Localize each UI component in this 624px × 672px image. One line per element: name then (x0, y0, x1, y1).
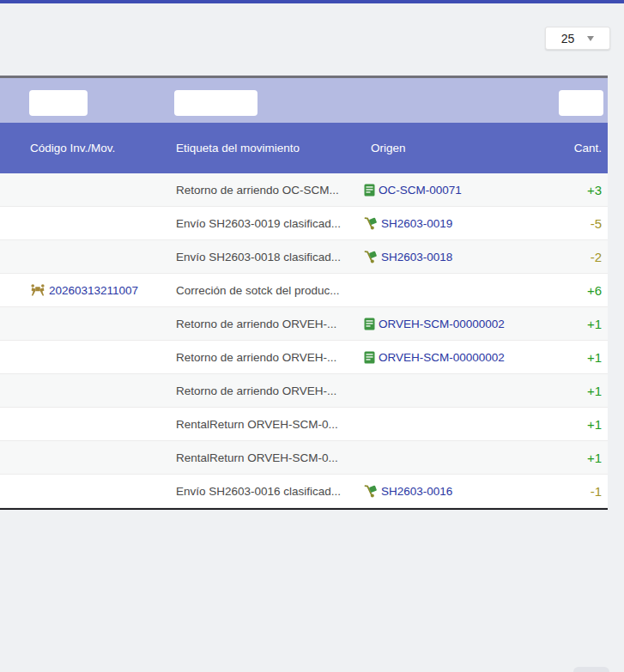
origin-link[interactable]: SH2603-0018 (381, 251, 452, 263)
movement-label: RentalReturn ORVEH-SCM-0... (176, 418, 338, 431)
table-row[interactable]: Envío SH2603-0018 clasificad...SH2603-00… (0, 240, 608, 274)
column-header-cant[interactable]: Cant. (536, 142, 608, 154)
cell-cantidad: +1 (536, 417, 608, 432)
cell-cantidad: +1 (536, 317, 608, 331)
quantity-value: +1 (587, 317, 602, 331)
column-header-origen[interactable]: Origen (364, 142, 536, 154)
table-row[interactable]: 20260313211007Correción de sotck del pro… (0, 274, 608, 307)
movement-label: Retorno de arriendo ORVEH-... (176, 318, 336, 330)
table-row[interactable]: RentalReturn ORVEH-SCM-0...+1 (0, 408, 608, 441)
cell-cantidad: +6 (536, 283, 608, 298)
table-row[interactable]: Retorno de arriendo ORVEH-...+1 (0, 374, 608, 408)
quantity-value: -2 (591, 250, 602, 264)
movement-label: Envío SH2603-0018 clasificad... (176, 251, 341, 263)
filter-codigo-input[interactable] (29, 90, 88, 116)
movement-label: Retorno de arriendo OC-SCM... (176, 184, 339, 197)
page-size-value: 25 (561, 32, 575, 45)
document-icon (364, 351, 375, 364)
cell-codigo: 20260313211007 (0, 284, 174, 297)
cell-etiqueta: Retorno de arriendo OC-SCM... (174, 184, 364, 197)
caret-down-icon (587, 36, 594, 41)
cell-etiqueta: Envío SH2603-0018 clasificad... (174, 251, 364, 263)
cell-origen: SH2603-0016 (364, 485, 536, 498)
quantity-value: +1 (587, 350, 602, 365)
table-row[interactable]: Envío SH2603-0019 clasificad...SH2603-00… (0, 207, 608, 240)
table-row[interactable]: Retorno de arriendo ORVEH-...ORVEH-SCM-0… (0, 341, 608, 374)
cell-origen: ORVEH-SCM-00000002 (364, 318, 536, 330)
document-icon (364, 184, 375, 197)
cell-cantidad: +1 (536, 451, 608, 465)
cell-etiqueta: RentalReturn ORVEH-SCM-0... (174, 451, 364, 464)
table-row[interactable]: RentalReturn ORVEH-SCM-0...+1 (0, 441, 608, 475)
column-header-etiqueta[interactable]: Etiqueta del movimiento (174, 142, 364, 154)
cell-cantidad: -1 (536, 484, 608, 499)
origin-link[interactable]: ORVEH-SCM-00000002 (379, 351, 505, 364)
movement-label: Envío SH2603-0019 clasificad... (176, 217, 341, 230)
inventory-code-link[interactable]: 20260313211007 (49, 284, 138, 297)
page-size-select[interactable]: 25 (545, 27, 610, 50)
table-row[interactable]: Envío SH2603-0016 clasificad...SH2603-00… (0, 475, 608, 508)
cell-cantidad: -5 (536, 216, 608, 231)
filter-row (0, 76, 608, 123)
quantity-value: +1 (587, 384, 602, 398)
cell-origen: SH2603-0018 (364, 251, 536, 263)
column-header-codigo[interactable]: Código Inv./Mov. (0, 142, 174, 154)
origin-link[interactable]: SH2603-0019 (381, 217, 452, 230)
cell-cantidad: +1 (536, 384, 608, 398)
cell-etiqueta: Retorno de arriendo ORVEH-... (174, 351, 364, 364)
quantity-value: +6 (587, 283, 602, 298)
table-header-row: Código Inv./Mov. Etiqueta del movimiento… (0, 123, 608, 173)
cell-origen: SH2603-0019 (364, 217, 536, 230)
cell-etiqueta: Retorno de arriendo ORVEH-... (174, 318, 364, 330)
cell-etiqueta: Envío SH2603-0019 clasificad... (174, 217, 364, 230)
movement-label: Correción de sotck del produc... (176, 284, 340, 297)
quantity-value: +1 (587, 417, 602, 432)
people-carry-icon (30, 284, 45, 296)
dolly-icon (364, 251, 378, 263)
document-icon (364, 318, 375, 330)
movements-table: Código Inv./Mov. Etiqueta del movimiento… (0, 76, 608, 510)
movement-label: Retorno de arriendo ORVEH-... (176, 351, 336, 364)
origin-link[interactable]: OC-SCM-00071 (379, 184, 462, 197)
quantity-value: -1 (591, 484, 602, 499)
cell-origen: OC-SCM-00071 (364, 184, 536, 197)
origin-link[interactable]: ORVEH-SCM-00000002 (379, 318, 505, 330)
cell-etiqueta: Envío SH2603-0016 clasificad... (174, 485, 364, 498)
table-row[interactable]: Retorno de arriendo OC-SCM...OC-SCM-0007… (0, 173, 608, 207)
cell-cantidad: +3 (536, 183, 608, 197)
bottom-right-partial-element (573, 667, 609, 672)
top-navbar-edge (0, 0, 624, 3)
cell-origen: ORVEH-SCM-00000002 (364, 351, 536, 364)
cell-etiqueta: Retorno de arriendo ORVEH-... (174, 384, 364, 397)
movement-label: Envío SH2603-0016 clasificad... (176, 485, 341, 498)
cell-etiqueta: Correción de sotck del produc... (174, 284, 364, 297)
movement-label: Retorno de arriendo ORVEH-... (176, 384, 336, 397)
quantity-value: -5 (591, 216, 602, 231)
table-row[interactable]: Retorno de arriendo ORVEH-...ORVEH-SCM-0… (0, 307, 608, 341)
cell-cantidad: -2 (536, 250, 608, 264)
filter-etiqueta-input[interactable] (174, 90, 257, 116)
dolly-icon (364, 485, 378, 498)
filter-cant-input[interactable] (559, 90, 603, 116)
table-body: Retorno de arriendo OC-SCM...OC-SCM-0007… (0, 173, 608, 508)
origin-link[interactable]: SH2603-0016 (381, 485, 452, 498)
movement-label: RentalReturn ORVEH-SCM-0... (176, 451, 338, 464)
dolly-icon (364, 217, 378, 230)
quantity-value: +3 (587, 183, 602, 197)
cell-cantidad: +1 (536, 350, 608, 365)
quantity-value: +1 (587, 451, 602, 465)
cell-etiqueta: RentalReturn ORVEH-SCM-0... (174, 418, 364, 431)
